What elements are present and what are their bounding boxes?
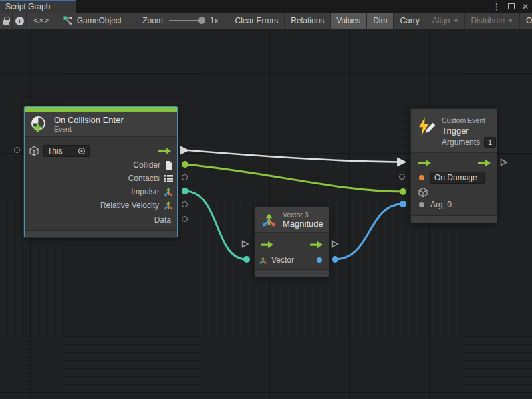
vector3-icon xyxy=(163,186,174,197)
port-label: Arg. 0 xyxy=(430,200,452,209)
target-field[interactable]: This xyxy=(43,145,90,157)
align-label: Align xyxy=(432,16,450,25)
port-row-collider: Collider xyxy=(29,158,174,172)
target-row: This xyxy=(29,144,174,158)
flow-row xyxy=(415,156,493,170)
port-data-output[interactable] xyxy=(182,216,188,222)
dim-toggle-button[interactable]: Dim xyxy=(367,13,394,29)
chevron-down-icon: ▼ xyxy=(508,18,513,24)
node-on-collision-enter[interactable]: On Collision Enter Event This xyxy=(24,106,178,237)
node-kind-label: Vector 3 xyxy=(283,211,323,219)
flow-in-arrow-icon xyxy=(418,159,432,167)
port-magnitude-flow-output[interactable] xyxy=(331,239,339,249)
lock-icon xyxy=(3,17,9,25)
zoom-label: Zoom xyxy=(142,16,163,25)
port-magnitude-vector-input[interactable] xyxy=(243,256,250,263)
collider-file-icon xyxy=(164,160,174,170)
port-label: Vector xyxy=(271,255,294,265)
window-titlebar: Script Graph ⋮ ✕ xyxy=(0,0,532,13)
graph-toolbar: <×> GameObject Zoom 1x Clear Errors Rela… xyxy=(0,13,532,29)
zoom-slider[interactable] xyxy=(169,20,204,21)
port-row-vector: Vector xyxy=(259,253,325,267)
close-icon[interactable]: ✕ xyxy=(522,2,529,11)
zoom-value: 1x xyxy=(210,16,219,25)
port-collider-output[interactable] xyxy=(182,161,188,168)
event-name-field[interactable]: On Damage xyxy=(430,172,485,184)
object-type-icon xyxy=(419,202,424,207)
flow-out-arrow-icon xyxy=(309,241,323,249)
port-row-event-name: On Damage xyxy=(415,171,493,184)
clear-errors-button[interactable]: Clear Errors xyxy=(229,13,285,29)
port-trigger-arg0-input[interactable] xyxy=(400,201,406,207)
port-row-impulse: Impulse xyxy=(29,185,174,198)
values-toggle-button[interactable]: Values xyxy=(331,13,367,29)
node-header: On Collision Enter Event xyxy=(25,112,177,137)
custom-event-icon xyxy=(416,116,436,136)
cube-icon xyxy=(29,146,39,156)
node-custom-event-trigger[interactable]: Custom Event Trigger Arguments 1 On Dama… xyxy=(410,108,497,223)
port-row-contacts: Contacts xyxy=(29,172,174,185)
zoom-slider-handle[interactable] xyxy=(198,17,205,24)
port-label: Impulse xyxy=(131,187,159,196)
code-view-button[interactable]: <×> xyxy=(27,13,57,29)
port-row-target xyxy=(415,186,493,199)
gameobject-reference[interactable]: GameObject xyxy=(63,13,122,29)
code-view-icon: <×> xyxy=(33,16,49,25)
port-row-relative-velocity: Relative Velocity xyxy=(29,199,174,212)
port-impulse-output[interactable] xyxy=(182,188,188,194)
port-magnitude-flow-input[interactable] xyxy=(241,239,249,249)
port-label: Relative Velocity xyxy=(100,201,159,210)
port-magnitude-result-output[interactable] xyxy=(332,256,338,263)
node-kind-label: Custom Event xyxy=(442,116,496,124)
node-title: Magnitude xyxy=(283,219,323,229)
gameobject-icon xyxy=(63,16,72,25)
port-trigger-target-input[interactable] xyxy=(400,188,406,195)
tab-script-graph[interactable]: Script Graph xyxy=(0,0,76,13)
port-trigger-flow-output[interactable] xyxy=(499,158,508,167)
port-label: Data xyxy=(154,215,171,225)
event-name-value: On Damage xyxy=(434,173,477,182)
node-title: Trigger xyxy=(442,126,496,136)
port-trigger-name-input[interactable] xyxy=(399,174,405,180)
target-field-value: This xyxy=(47,146,63,156)
distribute-label: Distribute xyxy=(471,16,505,25)
node-header: Vector 3 Magnitude xyxy=(255,207,329,233)
relations-button[interactable]: Relations xyxy=(285,13,331,29)
flow-out-arrow-icon xyxy=(158,147,172,155)
node-footer xyxy=(411,215,497,223)
flow-in-arrow-icon xyxy=(260,241,274,249)
vector3-icon xyxy=(259,256,267,265)
node-vector3-magnitude[interactable]: Vector 3 Magnitude Vector xyxy=(254,206,329,276)
port-row-arg0: Arg. 0 xyxy=(415,198,493,211)
maximize-icon[interactable] xyxy=(508,3,515,9)
lock-button[interactable] xyxy=(0,13,13,29)
info-icon xyxy=(15,17,24,25)
event-accent-bar xyxy=(25,107,177,112)
port-contacts-output[interactable] xyxy=(182,174,188,180)
arguments-count-field[interactable]: 1 xyxy=(484,137,496,148)
chevron-down-icon: ▼ xyxy=(453,18,458,24)
port-label: Contacts xyxy=(128,174,160,183)
string-type-icon xyxy=(419,175,424,180)
info-button[interactable] xyxy=(13,13,27,29)
window-menu-icon[interactable]: ⋮ xyxy=(493,2,501,11)
port-label: Collider xyxy=(133,160,160,170)
node-subtitle: Event xyxy=(54,125,124,133)
vector3-icon xyxy=(163,200,174,211)
flow-out-arrow-icon xyxy=(477,159,491,167)
port-relative-velocity-output[interactable] xyxy=(182,201,188,207)
node-footer xyxy=(255,269,329,277)
carry-toggle-button[interactable]: Carry xyxy=(394,13,426,29)
overview-button[interactable]: Overview xyxy=(520,13,532,29)
port-collision-target-input[interactable] xyxy=(14,147,20,153)
gameobject-label: GameObject xyxy=(77,16,122,25)
window-controls: ⋮ ✕ xyxy=(493,0,529,13)
node-footer xyxy=(25,230,177,237)
align-dropdown[interactable]: Align ▼ xyxy=(426,13,466,29)
list-icon xyxy=(164,174,174,183)
distribute-dropdown[interactable]: Distribute ▼ xyxy=(465,13,520,29)
node-title: On Collision Enter xyxy=(54,115,124,125)
tab-label: Script Graph xyxy=(5,2,50,11)
target-picker-icon[interactable] xyxy=(78,147,86,155)
collision-event-icon xyxy=(30,115,48,133)
